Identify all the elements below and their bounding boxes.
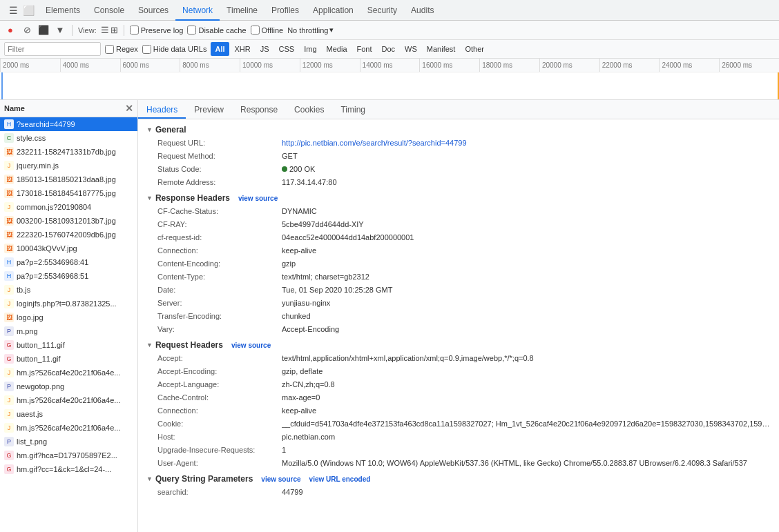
list-item[interactable]: Jhm.js?526caf4e20c21f06a4e...: [0, 366, 137, 380]
list-item[interactable]: Hpa?p=2:55346968:51: [0, 269, 137, 283]
tab-application[interactable]: Application: [306, 0, 360, 21]
list-item[interactable]: Cstyle.css: [0, 131, 137, 145]
grid-view-icon[interactable]: ⊞: [110, 25, 118, 35]
request-headers-section-header[interactable]: ▼ Request Headers view source: [146, 340, 771, 350]
disable-cache-checkbox[interactable]: [187, 26, 196, 35]
list-item[interactable]: Jhm.js?526caf4e20c21f06a4e...: [0, 421, 137, 435]
tab-console[interactable]: Console: [87, 0, 131, 21]
tab-profiles[interactable]: Profiles: [265, 0, 306, 21]
details-tab-headers[interactable]: Headers: [138, 100, 186, 119]
filter-type-ws[interactable]: WS: [401, 42, 421, 56]
list-item[interactable]: Gbutton_111.gif: [0, 338, 137, 352]
general-section-header[interactable]: ▼ General: [146, 125, 771, 135]
list-item[interactable]: Jhm.js?526caf4e20c21f06a4e...: [0, 393, 137, 407]
list-item[interactable]: 🖼100043kQVvV.jpg: [0, 242, 137, 255]
file-name-label: list_t.png: [17, 437, 133, 446]
header-key: Accept:: [157, 353, 282, 364]
list-view-icon[interactable]: ☰: [101, 25, 109, 35]
regex-checkbox-label[interactable]: Regex: [105, 45, 138, 54]
details-panel: Headers Preview Response Cookies Timing …: [138, 100, 779, 532]
request-headers-view-source[interactable]: view source: [231, 342, 271, 349]
filter-type-manifest[interactable]: Manifest: [423, 42, 460, 56]
response-headers-section-header[interactable]: ▼ Response Headers view source: [146, 193, 771, 203]
query-string-section-header[interactable]: ▼ Query String Parameters view source vi…: [146, 474, 771, 484]
file-list-close-icon[interactable]: ✕: [125, 103, 133, 114]
header-val: pic.netbian.com: [282, 431, 771, 442]
ruler-mark: 20000 ms: [539, 59, 599, 72]
list-item[interactable]: Jloginjfs.php?t=0.873821325...: [0, 297, 137, 311]
stop-button[interactable]: ⊘: [21, 24, 33, 37]
filter-type-doc[interactable]: Doc: [378, 42, 400, 56]
filter-type-other[interactable]: Other: [461, 42, 488, 56]
offline-checkbox[interactable]: [251, 26, 260, 35]
list-item[interactable]: 🖼173018-15818454187775.jpg: [0, 186, 137, 200]
file-name-label: 232211-1582471331b7db.jpg: [17, 148, 133, 156]
filter-type-font[interactable]: Font: [353, 42, 376, 56]
filter-input[interactable]: [4, 42, 101, 56]
disable-cache-checkbox-label[interactable]: Disable cache: [187, 26, 246, 35]
list-item[interactable]: 🖼185013-1581850213daa8.jpg: [0, 173, 137, 186]
tab-security[interactable]: Security: [360, 0, 404, 21]
list-item[interactable]: 🖼222320-15760742009db6.jpg: [0, 228, 137, 242]
timeline-indicator: [1, 72, 3, 100]
filter-button[interactable]: ▼: [54, 24, 66, 37]
general-request-method-row: Request Method: GET: [146, 150, 771, 161]
filter-type-all[interactable]: All: [211, 42, 229, 56]
header-val: keep-alive: [282, 245, 771, 256]
details-tab-response[interactable]: Response: [232, 100, 286, 119]
list-item[interactable]: H?searchid=44799: [0, 117, 137, 131]
header-key: Cache-Control:: [157, 392, 282, 403]
filter-type-img[interactable]: Img: [300, 42, 320, 56]
list-item[interactable]: Jjquery.min.js: [0, 159, 137, 173]
list-item[interactable]: Gbutton_11.gif: [0, 352, 137, 366]
query-string-view-source[interactable]: view source: [261, 475, 300, 483]
status-code-val: 200 OK: [282, 164, 771, 175]
table-row: Accept-Language:zh-CN,zh;q=0.8: [146, 379, 771, 390]
ruler-mark: 18000 ms: [479, 59, 539, 72]
list-item[interactable]: Plist_t.png: [0, 435, 137, 449]
list-item[interactable]: Pnewgotop.png: [0, 380, 137, 393]
list-item[interactable]: Ghm.gif?cc=1&ck=1&cl=24-...: [0, 462, 137, 476]
table-row: cf-request-id:04eacc52e4000044dd14abf200…: [146, 232, 771, 243]
list-item[interactable]: Ghm.gif?hca=D179705897E2...: [0, 449, 137, 462]
preserve-log-checkbox[interactable]: [130, 26, 139, 35]
list-item[interactable]: 🖼logo.jpg: [0, 311, 137, 324]
file-name-label: hm.gif?hca=D179705897E2...: [17, 451, 133, 460]
response-headers-view-source[interactable]: view source: [238, 195, 278, 202]
details-tab-cookies[interactable]: Cookies: [286, 100, 332, 119]
list-item[interactable]: Jtb.js: [0, 283, 137, 297]
filter-type-xhr[interactable]: XHR: [231, 42, 255, 56]
list-item[interactable]: Pm.png: [0, 324, 137, 338]
list-item[interactable]: Juaest.js: [0, 407, 137, 421]
filter-type-js[interactable]: JS: [256, 42, 273, 56]
regex-checkbox[interactable]: [105, 45, 114, 54]
devtools-inspect-icon[interactable]: ⬜: [22, 4, 35, 17]
img-file-icon: 🖼: [4, 188, 14, 198]
offline-checkbox-label[interactable]: Offline: [251, 26, 284, 35]
list-item[interactable]: Hpa?p=2:55346968:41: [0, 255, 137, 269]
tab-sources[interactable]: Sources: [131, 0, 175, 21]
filter-type-css[interactable]: CSS: [275, 42, 299, 56]
query-string-view-url-encoded[interactable]: view URL encoded: [309, 475, 371, 483]
details-tab-preview[interactable]: Preview: [186, 100, 232, 119]
video-button[interactable]: ⬛: [37, 24, 50, 37]
throttle-select[interactable]: No throttling ▾: [287, 26, 334, 35]
header-key: Connection:: [157, 405, 282, 416]
details-tab-timing[interactable]: Timing: [332, 100, 374, 119]
header-key: CF-Cache-Status:: [157, 206, 282, 217]
list-item[interactable]: Jcommon.js?20190804: [0, 200, 137, 214]
tab-timeline[interactable]: Timeline: [220, 0, 265, 21]
query-string-label: Query String Parameters: [155, 474, 253, 484]
file-list-header-label: Name: [4, 104, 25, 112]
tab-audits[interactable]: Audits: [404, 0, 441, 21]
list-item[interactable]: 🖼003200-158109312013b7.jpg: [0, 214, 137, 228]
filter-type-media[interactable]: Media: [323, 42, 352, 56]
preserve-log-checkbox-label[interactable]: Preserve log: [130, 26, 184, 35]
hide-data-urls-checkbox[interactable]: [142, 45, 151, 54]
tab-network[interactable]: Network: [175, 0, 220, 21]
hide-data-urls-checkbox-label[interactable]: Hide data URLs: [142, 45, 207, 54]
list-item[interactable]: 🖼232211-1582471331b7db.jpg: [0, 145, 137, 159]
tab-elements[interactable]: Elements: [39, 0, 87, 21]
devtools-menu-icon[interactable]: ☰: [7, 4, 19, 17]
record-button[interactable]: ●: [4, 24, 17, 37]
